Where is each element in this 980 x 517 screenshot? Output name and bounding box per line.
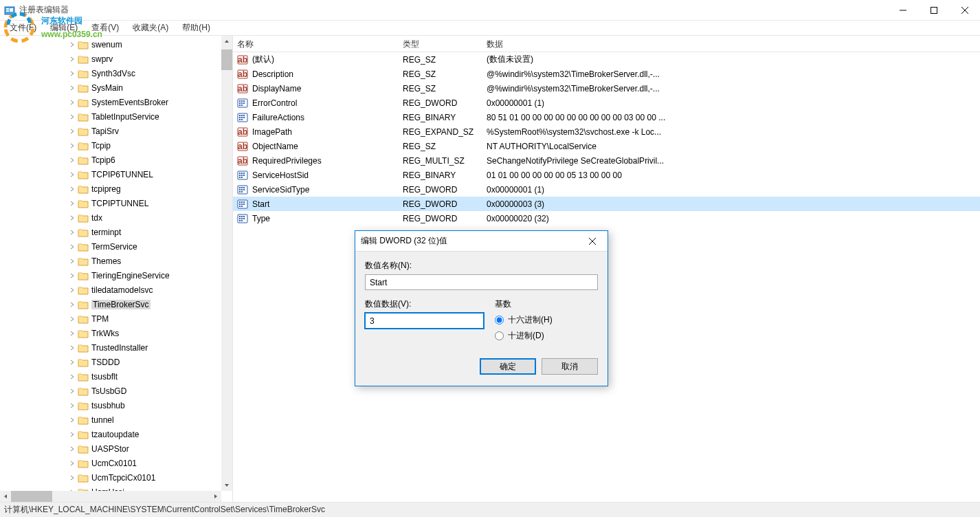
tree-item[interactable]: TPM (0, 311, 221, 326)
radio-dec[interactable] (495, 331, 504, 340)
minimize-button[interactable] (887, 0, 918, 20)
tree-item[interactable]: tunnel (0, 412, 221, 427)
chevron-right-icon[interactable] (67, 114, 76, 120)
tree-item[interactable]: Synth3dVsc (0, 66, 221, 80)
tree-item[interactable]: SystemEventsBroker (0, 95, 221, 109)
value-data-input[interactable] (365, 313, 484, 329)
tree-horizontal-scrollbar[interactable] (0, 491, 221, 502)
list-row[interactable]: abDisplayNameREG_SZ@%windir%\system32\Ti… (233, 81, 980, 96)
menu-favorites[interactable]: 收藏夹(A) (127, 21, 174, 35)
chevron-right-icon[interactable] (67, 143, 76, 148)
tree-item[interactable]: TrkWks (0, 326, 221, 340)
chevron-right-icon[interactable] (67, 417, 76, 423)
list-row[interactable]: ServiceSidTypeREG_DWORD0x00000001 (1) (233, 182, 980, 197)
tree-item[interactable]: tdx (0, 210, 221, 225)
menu-file[interactable]: 文件(F) (4, 21, 42, 35)
tree-item[interactable]: TsUsbGD (0, 384, 221, 398)
chevron-right-icon[interactable] (67, 186, 76, 192)
list-row[interactable]: abDescriptionREG_SZ@%windir%\system32\Ti… (233, 67, 980, 81)
chevron-right-icon[interactable] (67, 172, 76, 177)
radio-hex[interactable] (495, 316, 504, 324)
tree-item[interactable]: UcmCx0101 (0, 456, 221, 470)
list-row[interactable]: TypeREG_DWORD0x00000020 (32) (233, 211, 980, 226)
tree-item[interactable]: UcmTcpciCx0101 (0, 470, 221, 485)
list-row[interactable]: FailureActionsREG_BINARY80 51 01 00 00 0… (233, 110, 980, 124)
tree-item[interactable]: TapiSrv (0, 124, 221, 138)
chevron-right-icon[interactable] (67, 258, 76, 264)
chevron-right-icon[interactable] (67, 360, 76, 365)
tree-item[interactable]: TrustedInstaller (0, 340, 221, 355)
tree-item[interactable]: UASPStor (0, 441, 221, 456)
ok-button[interactable]: 确定 (480, 358, 536, 375)
list-row[interactable]: abRequiredPrivilegesREG_MULTI_SZSeChange… (233, 153, 980, 168)
svg-rect-74 (239, 220, 241, 221)
tree-item[interactable]: TSDDD (0, 355, 221, 369)
tree-item[interactable]: terminpt (0, 225, 221, 239)
menu-edit[interactable]: 编辑(E) (45, 21, 83, 35)
chevron-right-icon[interactable] (67, 461, 76, 466)
tree-item[interactable]: TimeBrokerSvc (0, 297, 221, 311)
list-row[interactable]: ServiceHostSidREG_BINARY01 01 00 00 00 0… (233, 168, 980, 182)
chevron-right-icon[interactable] (67, 302, 76, 307)
maximize-button[interactable] (918, 0, 949, 20)
chevron-right-icon[interactable] (67, 244, 76, 250)
chevron-right-icon[interactable] (67, 475, 76, 481)
tree-item[interactable]: TCPIP6TUNNEL (0, 167, 221, 182)
tree-item[interactable]: tcpipreg (0, 182, 221, 196)
tree-item[interactable]: Tcpip6 (0, 153, 221, 167)
tree-item[interactable]: swprv (0, 52, 221, 66)
tree-item[interactable]: tzautoupdate (0, 427, 221, 441)
chevron-right-icon[interactable] (67, 56, 76, 62)
tree-item[interactable]: tiledatamodelsvc (0, 283, 221, 297)
value-name-input[interactable] (365, 274, 598, 290)
tree-item[interactable]: TieringEngineService (0, 268, 221, 283)
chevron-right-icon[interactable] (67, 345, 76, 351)
chevron-right-icon[interactable] (67, 157, 76, 163)
menu-view[interactable]: 查看(V) (86, 21, 124, 35)
list-row[interactable]: StartREG_DWORD0x00000003 (3) (233, 197, 980, 211)
tree-item[interactable]: tsusbhub (0, 398, 221, 412)
column-name[interactable]: 名称 (233, 36, 399, 52)
tree-item[interactable]: tsusbflt (0, 369, 221, 384)
tree-item[interactable]: Tcpip (0, 138, 221, 153)
chevron-right-icon[interactable] (67, 85, 76, 91)
menu-help[interactable]: 帮助(H) (177, 21, 216, 35)
svg-rect-52 (243, 187, 245, 188)
close-button[interactable] (949, 0, 980, 20)
chevron-right-icon[interactable] (67, 273, 76, 278)
chevron-right-icon[interactable] (67, 287, 76, 293)
chevron-right-icon[interactable] (67, 432, 76, 437)
chevron-right-icon[interactable] (67, 446, 76, 452)
chevron-right-icon[interactable] (67, 403, 76, 408)
dialog-close-button[interactable] (583, 234, 602, 249)
cancel-button[interactable]: 取消 (542, 358, 598, 375)
chevron-right-icon[interactable] (67, 230, 76, 235)
tree-vertical-scrollbar[interactable] (221, 36, 232, 491)
list-row[interactable]: abObjectNameREG_SZNT AUTHORITY\LocalServ… (233, 139, 980, 153)
chevron-right-icon[interactable] (67, 374, 76, 380)
chevron-right-icon[interactable] (67, 316, 76, 322)
chevron-right-icon[interactable] (67, 100, 76, 105)
chevron-right-icon[interactable] (67, 388, 76, 394)
tree-item[interactable]: TermService (0, 239, 221, 254)
chevron-right-icon[interactable] (67, 129, 76, 134)
tree-item[interactable]: TabletInputService (0, 109, 221, 124)
tree-item[interactable]: UcmUcsi (0, 485, 221, 491)
tree-item[interactable]: TCPIPTUNNEL (0, 196, 221, 210)
list-row[interactable]: ab(默认)REG_SZ(数值未设置) (233, 52, 980, 67)
tree-item[interactable]: SysMain (0, 80, 221, 95)
column-data[interactable]: 数据 (482, 36, 980, 52)
tree-item-label: SysMain (91, 83, 123, 93)
chevron-right-icon[interactable] (67, 201, 76, 206)
tree-item[interactable]: swenum (0, 37, 221, 52)
chevron-right-icon[interactable] (67, 331, 76, 336)
dialog-titlebar[interactable]: 编辑 DWORD (32 位)值 (355, 231, 608, 252)
chevron-right-icon[interactable] (67, 71, 76, 76)
value-name-label: 数值名称(N): (365, 260, 598, 272)
column-type[interactable]: 类型 (399, 36, 482, 52)
list-row[interactable]: abImagePathREG_EXPAND_SZ%SystemRoot%\sys… (233, 124, 980, 139)
chevron-right-icon[interactable] (67, 42, 76, 47)
list-row[interactable]: ErrorControlREG_DWORD0x00000001 (1) (233, 96, 980, 110)
tree-item[interactable]: Themes (0, 254, 221, 268)
chevron-right-icon[interactable] (67, 215, 76, 221)
